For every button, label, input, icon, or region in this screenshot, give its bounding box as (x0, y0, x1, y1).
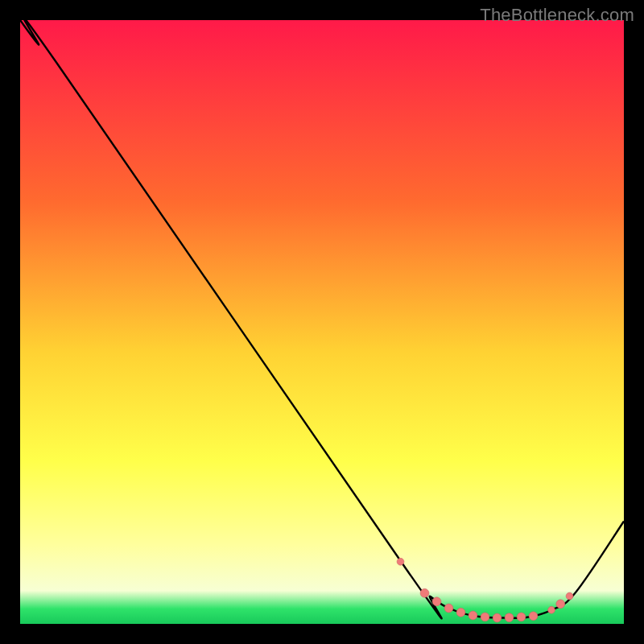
highlight-marker (566, 592, 573, 600)
highlight-marker (397, 558, 404, 565)
highlight-marker (420, 588, 429, 597)
highlight-marker (529, 612, 538, 621)
highlight-marker (444, 604, 453, 613)
chart-svg (20, 20, 624, 624)
chart-stage: TheBottleneck.com (0, 0, 644, 644)
highlight-marker (469, 611, 477, 620)
highlight-marker (493, 613, 502, 622)
plot-area (20, 20, 624, 624)
highlight-marker (481, 613, 489, 621)
highlight-marker (432, 597, 441, 606)
highlight-marker (456, 608, 465, 617)
watermark-text: TheBottleneck.com (480, 5, 634, 26)
highlight-marker (556, 600, 565, 609)
highlight-marker (548, 606, 555, 613)
gradient-background (20, 20, 624, 624)
highlight-marker (505, 613, 514, 622)
highlight-marker (517, 613, 526, 621)
